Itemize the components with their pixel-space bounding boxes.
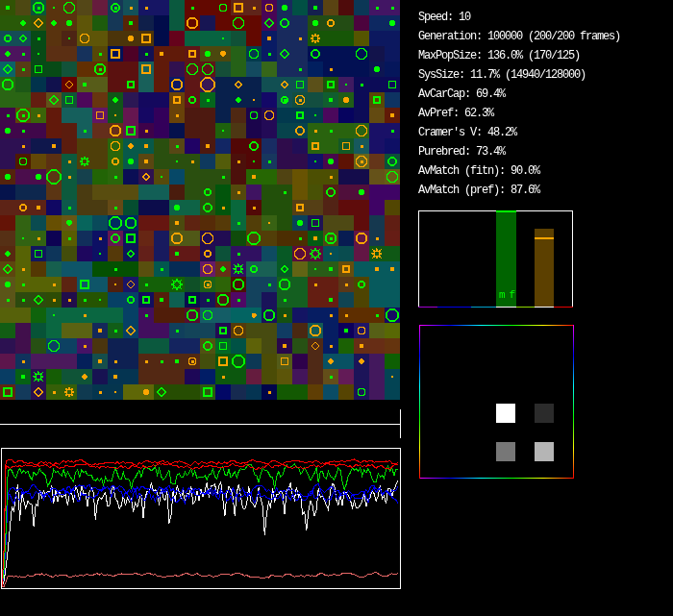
svg-text:AvMatch (pref): 87.6%: AvMatch (pref): 87.6% <box>418 184 541 197</box>
svg-text:MaxPopSize: 136.0% (170/125): MaxPopSize: 136.0% (170/125) <box>418 49 580 62</box>
svg-text:SysSize: 11.7% (14940/128000): SysSize: 11.7% (14940/128000) <box>418 68 586 82</box>
svg-text:Cramer's V: 48.2%: Cramer's V: 48.2% <box>418 126 518 139</box>
svg-text:AvCarCap: 69.4%: AvCarCap: 69.4% <box>418 87 507 101</box>
svg-text:Speed: 10: Speed: 10 <box>418 11 471 24</box>
svg-text:AvPref: 62.3%: AvPref: 62.3% <box>418 107 495 120</box>
svg-text:m f: m f <box>499 289 514 301</box>
svg-text:AvMatch (fitn): 90.0%: AvMatch (fitn): 90.0% <box>418 164 541 178</box>
svg-text:Generation: 100000 (200/200 fr: Generation: 100000 (200/200 frames) <box>418 30 620 43</box>
svg-text:Purebred: 73.4%: Purebred: 73.4% <box>418 145 507 159</box>
